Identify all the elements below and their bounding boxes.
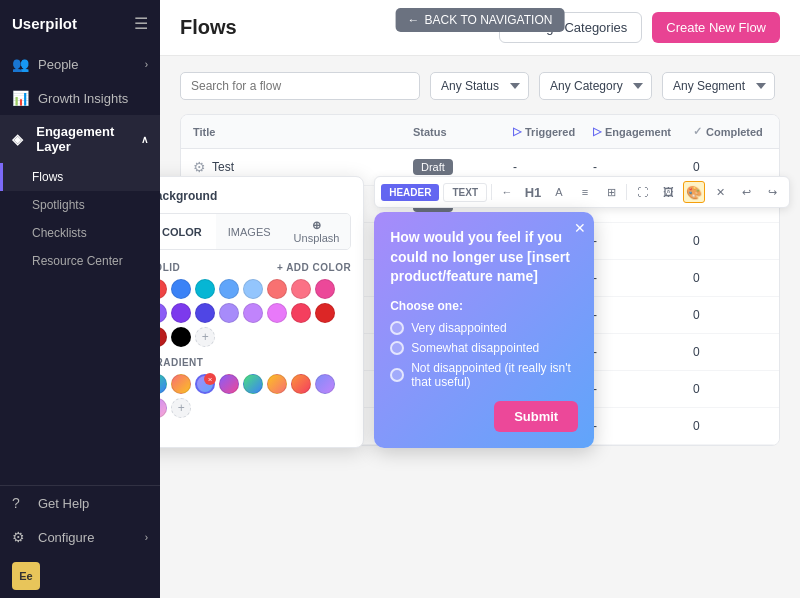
col-engagement: ▷ Engagement (581, 115, 681, 148)
sidebar-item-spotlights[interactable]: Spotlights (0, 191, 160, 219)
gradient-swatch[interactable]: × (195, 374, 215, 394)
sidebar-item-flows[interactable]: Flows (0, 163, 160, 191)
sidebar-item-engagement[interactable]: ◈ Engagement Layer ∧ (0, 115, 160, 163)
toolbar-h1-button[interactable]: H1 (522, 181, 544, 203)
radio-button[interactable] (390, 321, 404, 335)
color-swatch[interactable] (219, 279, 239, 299)
toolbar-align-button[interactable]: ≡ (574, 181, 596, 203)
color-swatch[interactable] (195, 303, 215, 323)
engagement-icon: ◈ (12, 131, 28, 147)
status-badge: Draft (413, 159, 453, 175)
completed-icon: ✓ (693, 125, 702, 138)
toolbar-redo-button[interactable]: ↪ (761, 181, 783, 203)
main-content: ← BACK TO NAVIGATION Flows Manage Catego… (160, 0, 800, 598)
toolbar-arrow-left-button[interactable]: ← (496, 181, 518, 203)
page-title: Flows (180, 16, 237, 39)
gradient-swatch[interactable] (160, 398, 167, 418)
chevron-down-icon: ∧ (141, 134, 148, 145)
survey-option[interactable]: Very disappointed (390, 321, 578, 335)
toolbar-text-tab[interactable]: TEXT (443, 183, 487, 202)
help-icon: ? (12, 495, 30, 511)
color-swatch[interactable] (219, 303, 239, 323)
add-gradient-swatch[interactable]: + (171, 398, 191, 418)
status-filter[interactable]: Any Status Draft Active Archived (430, 72, 529, 100)
gradient-swatch[interactable] (219, 374, 239, 394)
color-swatch[interactable] (171, 279, 191, 299)
toolbar-expand-button[interactable]: ⛶ (631, 181, 653, 203)
sidebar-toggle-icon[interactable]: ☰ (134, 14, 148, 33)
tab-images[interactable]: IMAGES (216, 214, 283, 249)
gradient-swatch[interactable] (243, 374, 263, 394)
color-swatch[interactable] (160, 279, 167, 299)
avatar[interactable]: Ee (12, 562, 40, 590)
gradient-swatch[interactable] (315, 374, 335, 394)
gradient-swatch[interactable] (291, 374, 311, 394)
table-header: Title Status ▷ Triggered ▷ Engagement ✓ … (181, 115, 779, 149)
delete-icon[interactable]: × (204, 373, 216, 385)
category-filter[interactable]: Any Category (539, 72, 652, 100)
survey-submit-button[interactable]: Submit (494, 401, 578, 432)
configure-label: Configure (38, 530, 94, 545)
configure-chevron-icon: › (145, 532, 148, 543)
col-title: Title (181, 115, 401, 148)
background-color-panel: Background COLOR IMAGES ⊕ Unsplash SOLID… (160, 176, 364, 448)
add-color-button[interactable]: + ADD COLOR (277, 262, 351, 273)
toolbar-font-button[interactable]: A (548, 181, 570, 203)
add-color-swatch[interactable]: + (195, 327, 215, 347)
color-swatch[interactable] (243, 279, 263, 299)
color-swatch[interactable] (160, 303, 167, 323)
back-navigation-button[interactable]: ← BACK TO NAVIGATION (396, 8, 565, 32)
configure-icon: ⚙ (12, 529, 30, 545)
toolbar-undo-button[interactable]: ↩ (735, 181, 757, 203)
segment-filter[interactable]: Any Segment (662, 72, 775, 100)
gradient-swatch[interactable] (171, 374, 191, 394)
tab-color[interactable]: COLOR (160, 214, 216, 249)
sidebar: Userpilot ☰ 👥 People › 📊 Growth Insights… (0, 0, 160, 598)
col-triggered: ▷ Triggered (501, 115, 581, 148)
survey-option[interactable]: Somewhat disappointed (390, 341, 578, 355)
sidebar-item-growth[interactable]: 📊 Growth Insights (0, 81, 160, 115)
gradient-swatch[interactable] (267, 374, 287, 394)
triggered-icon: ▷ (513, 125, 521, 138)
sidebar-item-get-help[interactable]: ? Get Help (0, 486, 160, 520)
sidebar-item-resource-center[interactable]: Resource Center (0, 247, 160, 275)
toolbar-color-button[interactable]: 🎨 (683, 181, 705, 203)
solid-colors-grid: + (160, 279, 351, 347)
survey-close-button[interactable]: ✕ (574, 220, 586, 236)
color-swatch[interactable] (160, 327, 167, 347)
color-swatch[interactable] (315, 303, 335, 323)
radio-button[interactable] (390, 368, 404, 382)
color-swatch[interactable] (291, 303, 311, 323)
people-icon: 👥 (12, 56, 30, 72)
gear-icon[interactable]: ⚙ (193, 159, 206, 175)
sidebar-item-engagement-label: Engagement Layer (36, 124, 141, 154)
sidebar-item-checklists[interactable]: Checklists (0, 219, 160, 247)
col-completed: ✓ Completed (681, 115, 780, 148)
color-swatch[interactable] (171, 303, 191, 323)
color-swatch[interactable] (243, 303, 263, 323)
gradient-swatch[interactable] (160, 374, 167, 394)
color-swatch[interactable] (291, 279, 311, 299)
sidebar-item-configure[interactable]: ⚙ Configure › (0, 520, 160, 554)
color-swatch[interactable] (267, 303, 287, 323)
color-swatch[interactable] (195, 279, 215, 299)
tab-unsplash[interactable]: ⊕ Unsplash (283, 214, 350, 249)
back-nav-label: BACK TO NAVIGATION (425, 13, 553, 27)
toolbar-separator (626, 184, 627, 200)
toolbar-header-tab[interactable]: HEADER (381, 184, 439, 201)
sidebar-item-people[interactable]: 👥 People › (0, 47, 160, 81)
chevron-right-icon: › (145, 59, 148, 70)
toolbar-image-button[interactable]: 🖼 (657, 181, 679, 203)
color-swatch[interactable] (171, 327, 191, 347)
survey-options: Very disappointed Somewhat disappointed … (390, 321, 578, 389)
radio-button[interactable] (390, 341, 404, 355)
survey-option[interactable]: Not disappointed (it really isn't that u… (390, 361, 578, 389)
search-input[interactable] (180, 72, 420, 100)
color-panel-title: Background (160, 189, 351, 203)
color-swatch[interactable] (267, 279, 287, 299)
color-swatch[interactable] (315, 279, 335, 299)
create-new-flow-button[interactable]: Create New Flow (652, 12, 780, 43)
col-status: Status (401, 115, 501, 148)
toolbar-close-button[interactable]: ✕ (709, 181, 731, 203)
toolbar-grid-button[interactable]: ⊞ (600, 181, 622, 203)
